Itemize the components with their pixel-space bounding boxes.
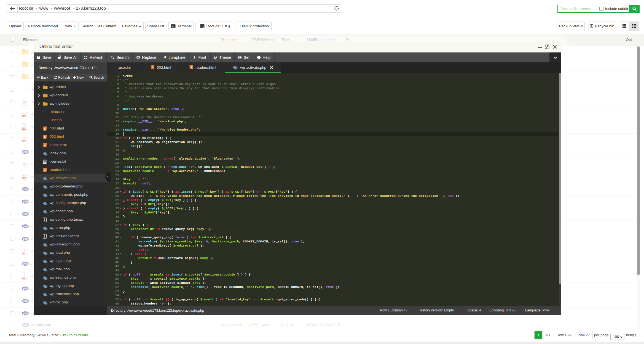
svg-text:5: 5 [44, 136, 45, 139]
svg-text:?: ? [258, 56, 260, 59]
svg-text:5: 5 [44, 128, 45, 130]
svg-text:5: 5 [44, 169, 45, 172]
svg-text:5: 5 [44, 144, 45, 147]
svg-text:5: 5 [152, 66, 153, 69]
svg-text:5: 5 [190, 66, 192, 69]
svg-text:>_: >_ [171, 25, 174, 28]
